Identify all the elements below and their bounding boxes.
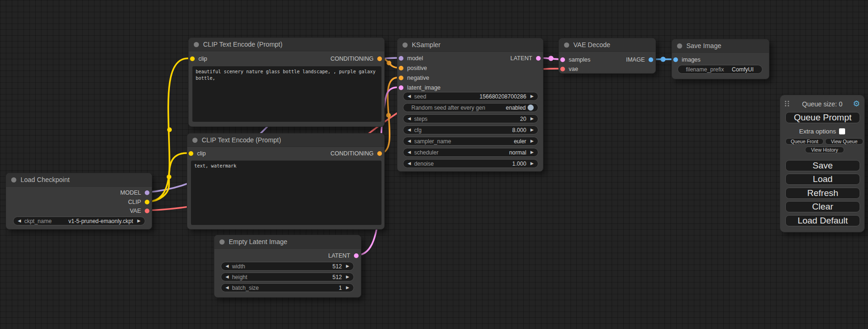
node-titlebar[interactable]: Empty Latent Image [214, 235, 361, 249]
random-seed-toggle-widget[interactable]: Random seed after every gen enabled [403, 103, 538, 112]
node-titlebar[interactable]: Load Checkpoint [6, 173, 152, 187]
collapse-dot-icon[interactable] [564, 42, 569, 48]
output-slot-clip[interactable]: CLIP [128, 198, 149, 206]
collapse-dot-icon[interactable] [402, 42, 408, 48]
conditioning-port-icon[interactable] [377, 151, 382, 156]
decrement-arrow-icon[interactable]: ◀ [408, 161, 411, 166]
latent-port-icon[interactable] [354, 253, 359, 258]
output-slot-conditioning[interactable]: CONDITIONING [331, 55, 382, 63]
input-slot-model[interactable]: model [399, 55, 423, 62]
input-slot-negative[interactable]: negative [399, 74, 429, 82]
node-save-image[interactable]: Save Image images filename_prefix ComfyU… [671, 39, 769, 79]
increment-arrow-icon[interactable]: ▶ [346, 264, 349, 268]
increment-arrow-icon[interactable]: ▶ [346, 275, 349, 279]
decrement-arrow-icon[interactable]: ◀ [408, 139, 411, 143]
clip-port-icon[interactable] [145, 200, 149, 204]
denoise-widget[interactable]: ◀ denoise 1.000 ▶ [403, 159, 538, 168]
node-titlebar[interactable]: Save Image [672, 39, 769, 53]
model-port-icon[interactable] [145, 190, 149, 195]
seed-widget[interactable]: ◀ seed 156680208700286 ▶ [403, 92, 538, 101]
clear-button[interactable]: Clear [785, 201, 860, 212]
prompt-textarea[interactable]: beautiful scenery nature glass bottle la… [192, 66, 381, 122]
output-slot-vae[interactable]: VAE [130, 207, 149, 215]
output-slot-image[interactable]: IMAGE [626, 56, 653, 63]
latent-port-icon[interactable] [536, 56, 541, 61]
scheduler-widget[interactable]: ◀ scheduler normal ▶ [403, 148, 538, 157]
clip-port-icon[interactable] [189, 151, 193, 156]
queue-front-button[interactable]: Queue Front [785, 138, 824, 145]
height-widget[interactable]: ◀ height 512 ▶ [221, 273, 354, 281]
collapse-dot-icon[interactable] [11, 177, 16, 182]
width-widget[interactable]: ◀ width 512 ▶ [221, 262, 354, 271]
steps-widget[interactable]: ◀ steps 20 ▶ [403, 114, 538, 123]
latent-port-icon[interactable] [560, 57, 565, 62]
input-slot-clip[interactable]: clip [189, 150, 206, 157]
sampler-name-widget[interactable]: ◀ sampler_name euler ▶ [403, 137, 538, 146]
gear-icon[interactable]: ⚙ [853, 99, 860, 109]
model-port-icon[interactable] [399, 56, 403, 61]
collapse-dot-icon[interactable] [219, 239, 225, 245]
load-button[interactable]: Load [785, 174, 860, 185]
increment-arrow-icon[interactable]: ▶ [530, 117, 534, 121]
refresh-button[interactable]: Refresh [785, 188, 860, 199]
filename-prefix-widget[interactable]: filename_prefix ComfyUI [677, 65, 762, 74]
node-graph-canvas[interactable]: Load Checkpoint MODEL CLIP VAE ◀ ckpt_na… [0, 0, 868, 329]
cfg-widget[interactable]: ◀ cfg 8.000 ▶ [403, 126, 538, 134]
increment-arrow-icon[interactable]: ▶ [137, 219, 141, 223]
node-vae-decode[interactable]: VAE Decode samples vae IMAGE [558, 38, 656, 74]
decrement-arrow-icon[interactable]: ◀ [408, 94, 411, 98]
node-load-checkpoint[interactable]: Load Checkpoint MODEL CLIP VAE ◀ ckpt_na… [6, 173, 152, 230]
image-port-icon[interactable] [673, 57, 678, 62]
toggle-on-icon[interactable] [528, 105, 534, 111]
node-titlebar[interactable]: KSampler [397, 38, 543, 52]
drag-handle-icon[interactable] [785, 101, 790, 106]
input-slot-vae[interactable]: vae [560, 65, 578, 73]
increment-arrow-icon[interactable]: ▶ [530, 150, 534, 154]
decrement-arrow-icon[interactable]: ◀ [18, 219, 21, 223]
decrement-arrow-icon[interactable]: ◀ [408, 150, 411, 154]
input-slot-images[interactable]: images [673, 56, 700, 63]
increment-arrow-icon[interactable]: ▶ [530, 139, 534, 143]
node-titlebar[interactable]: VAE Decode [559, 38, 656, 52]
input-slot-clip[interactable]: clip [190, 55, 207, 63]
queue-prompt-button[interactable]: Queue Prompt [785, 112, 860, 123]
image-port-icon[interactable] [649, 57, 653, 62]
decrement-arrow-icon[interactable]: ◀ [408, 117, 411, 121]
decrement-arrow-icon[interactable]: ◀ [408, 128, 411, 132]
output-slot-latent[interactable]: LATENT [328, 252, 359, 259]
queue-menu-panel[interactable]: Queue size: 0 ⚙ Queue Prompt Extra optio… [780, 95, 865, 232]
increment-arrow-icon[interactable]: ▶ [346, 286, 349, 290]
view-history-button[interactable]: View History [805, 147, 844, 153]
prompt-textarea[interactable]: text, watermark [191, 161, 381, 225]
vae-port-icon[interactable] [560, 67, 565, 71]
node-ksampler[interactable]: KSampler model positive negative latent_… [397, 38, 543, 172]
node-titlebar[interactable]: CLIP Text Encode (Prompt) [187, 133, 384, 147]
collapse-dot-icon[interactable] [677, 43, 682, 49]
decrement-arrow-icon[interactable]: ◀ [226, 275, 229, 279]
input-slot-samples[interactable]: samples [560, 56, 591, 63]
latent-port-icon[interactable] [399, 85, 403, 90]
node-empty-latent-image[interactable]: Empty Latent Image LATENT ◀ width 512 ▶ … [214, 235, 361, 298]
increment-arrow-icon[interactable]: ▶ [530, 128, 534, 132]
node-titlebar[interactable]: CLIP Text Encode (Prompt) [189, 38, 384, 51]
input-slot-positive[interactable]: positive [399, 64, 427, 72]
save-button[interactable]: Save [785, 160, 860, 171]
collapse-dot-icon[interactable] [194, 42, 199, 47]
output-slot-model[interactable]: MODEL [120, 189, 149, 196]
collapse-dot-icon[interactable] [192, 138, 198, 143]
clip-port-icon[interactable] [190, 56, 195, 61]
decrement-arrow-icon[interactable]: ◀ [226, 264, 229, 268]
output-slot-latent[interactable]: LATENT [510, 55, 541, 62]
increment-arrow-icon[interactable]: ▶ [530, 94, 534, 98]
node-clip-text-encode-positive[interactable]: CLIP Text Encode (Prompt) clip CONDITION… [188, 37, 385, 127]
conditioning-port-icon[interactable] [377, 56, 382, 61]
view-queue-button[interactable]: View Queue [825, 138, 863, 145]
conditioning-port-icon[interactable] [399, 66, 403, 70]
extra-options-checkbox[interactable] [839, 128, 845, 134]
ckpt-name-widget[interactable]: ◀ ckpt_name v1-5-pruned-emaonly.ckpt ▶ [13, 217, 145, 225]
conditioning-port-icon[interactable] [399, 76, 403, 80]
decrement-arrow-icon[interactable]: ◀ [226, 286, 229, 290]
increment-arrow-icon[interactable]: ▶ [530, 161, 534, 166]
input-slot-latent-image[interactable]: latent_image [399, 84, 441, 91]
node-clip-text-encode-negative[interactable]: CLIP Text Encode (Prompt) clip CONDITION… [187, 133, 385, 230]
